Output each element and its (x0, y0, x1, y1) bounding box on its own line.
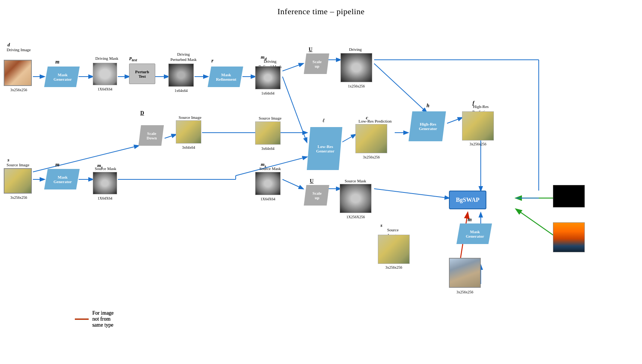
source-image-mid-label: Source Image (255, 116, 285, 120)
source-mask-scaled-size: 1X256X256 (340, 215, 372, 219)
scale-up-source-label: Scaleup (309, 191, 323, 200)
svg-line-6 (282, 64, 303, 71)
svg-line-21 (374, 64, 427, 112)
mask-gen-source-box: MaskGenerator (44, 169, 80, 189)
legend-red: For image not from same type (75, 310, 121, 328)
mask-gen-bottom-label: MaskGenerator (461, 229, 487, 238)
s-var-label: s (7, 157, 9, 163)
source-image-large-thumb (4, 168, 32, 194)
target-face-thumb (449, 258, 481, 288)
svg-line-29 (516, 209, 554, 235)
source-image-large-size: 3x256x256 (4, 195, 34, 200)
driving-refined-large-size: 1x256x256 (340, 84, 372, 88)
l-var-label: ℓ (322, 118, 325, 124)
source-mask-small-thumb (93, 172, 117, 194)
source-mask-mid-thumb (255, 172, 281, 195)
mask-refinement-box: MaskRefinement (208, 67, 243, 87)
low-res-pred-size: 3x256x256 (355, 155, 387, 159)
scale-down-label: ScaleDown (144, 131, 159, 140)
svg-line-18 (342, 135, 355, 142)
svg-line-9 (33, 146, 138, 172)
m-var-top-label: m (55, 59, 59, 65)
source-mask-mid-size: 1X64X64 (255, 197, 281, 201)
scale-up-driving-label: Scaleup (309, 59, 323, 68)
scale-down-box: ScaleDown (138, 125, 164, 146)
legend-red-text: For image not from same type (92, 310, 122, 328)
p-test-label: Ptest (129, 56, 137, 62)
driving-mask-label: Driving Mask (93, 56, 121, 61)
source-image-bottom-thumb (378, 235, 410, 264)
source-mask-scaled-thumb (340, 184, 372, 213)
m-var-source-label: m (55, 162, 59, 168)
driving-refined-thumb (255, 66, 281, 89)
high-res-pred-thumb (462, 111, 494, 141)
r-var-label: r (211, 58, 213, 64)
low-res-gen-box: Low-ResGenerator (307, 127, 342, 170)
source-image-large-text: Source Image (3, 163, 33, 167)
svg-line-17 (282, 77, 307, 142)
perturb-test-box: PerturbTest (129, 64, 155, 84)
source-image-mid-size: 3x64x64 (255, 146, 281, 151)
driving-perturbed-label: DrivingPerturbed Mask (168, 52, 199, 62)
mask-refinement-label: MaskRefinement (211, 73, 239, 81)
target-face-size: 3x256x256 (449, 290, 481, 294)
svg-line-20 (447, 118, 462, 123)
u-var-2-label: U (310, 178, 314, 184)
source-image-small-thumb (176, 120, 201, 144)
driving-image-thumb (4, 60, 32, 86)
driving-image-size: 3x256x256 (4, 88, 34, 92)
svg-line-10 (165, 135, 176, 138)
source-mask-small-label: Source Mask (93, 166, 118, 171)
scale-up-driving-box: Scaleup (304, 53, 329, 74)
bgswap-box: BgSWAP (449, 191, 486, 209)
source-mask-scaled-label: Source Mask (339, 179, 372, 183)
svg-line-25 (374, 189, 449, 198)
mask-gen-driving-box: MaskGenerator (44, 67, 80, 87)
source-image-small-size: 3x64x64 (176, 145, 201, 149)
driving-mask-thumb (93, 63, 117, 85)
source-mask-mid-label: Source Mask (255, 166, 285, 171)
driving-mask-size: 1X64X64 (93, 87, 117, 91)
m-var-bottom-label: m (468, 217, 472, 223)
low-res-pred-label: Low-Res Prediction (355, 119, 395, 123)
black-box-thumb (553, 185, 585, 207)
high-res-pred-size: 3x256x256 (462, 142, 494, 146)
driving-image-text: Driving Image (4, 47, 34, 52)
source-image-mid-thumb (255, 121, 281, 145)
mask-gen-bottom-box: MaskGenerator (456, 223, 492, 244)
mask-gen-driving-label: MaskGenerator (49, 73, 75, 81)
high-res-gen-label: High-ResGenerator (415, 122, 440, 131)
driving-perturbed-size: 1x64x64 (168, 89, 194, 93)
driving-refined-size: 1x64x64 (255, 91, 281, 95)
perturb-test-label: PerturbTest (135, 70, 149, 78)
driving-perturbed-thumb (168, 64, 194, 87)
low-res-pred-thumb (355, 124, 387, 153)
driving-refined-large-thumb (340, 53, 372, 82)
page-title: Inference time – pipeline (0, 0, 642, 16)
scale-up-source-box: Scaleup (304, 185, 329, 206)
driving-image-label: d (7, 42, 10, 48)
d-var-label: D (140, 110, 144, 116)
mask-gen-source-label: MaskGenerator (49, 175, 75, 184)
source-image-small-label: Source Image (175, 115, 205, 120)
svg-line-22 (282, 179, 303, 189)
low-res-gen-label: Low-ResGenerator (312, 144, 337, 153)
source-image-bottom-size: 3x256x256 (378, 265, 410, 269)
u-var-1-label: U (309, 47, 312, 53)
source-mask-small-size: 1X64X64 (93, 196, 117, 200)
sunset-thumb (553, 222, 585, 252)
h-var-label: h (427, 103, 429, 109)
high-res-gen-box: High-ResGenerator (409, 111, 446, 141)
bgswap-label: BgSWAP (456, 197, 479, 203)
